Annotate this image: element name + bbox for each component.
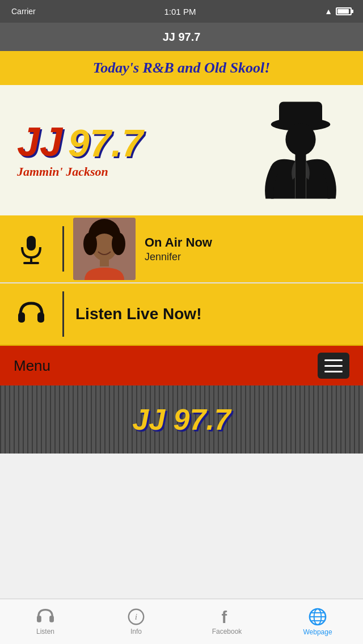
svg-point-12 <box>112 232 125 255</box>
status-indicators: ▲ <box>324 7 352 16</box>
on-air-label: On Air Now <box>145 235 363 250</box>
carrier-label: Carrier <box>11 7 36 16</box>
svg-point-11 <box>83 232 97 255</box>
svg-rect-13 <box>100 259 109 266</box>
on-air-divider <box>62 226 64 272</box>
svg-rect-14 <box>18 312 25 323</box>
battery-icon <box>336 7 352 15</box>
wifi-icon: ▲ <box>324 7 332 16</box>
tab-listen-label: Listen <box>36 628 54 635</box>
listen-live-section[interactable]: Listen Live Now! <box>0 283 363 346</box>
tab-facebook[interactable]: f Facebook <box>182 608 272 635</box>
logo-jj: JJ <box>17 121 62 162</box>
banner: Today's R&B and Old Skool! <box>0 51 363 85</box>
svg-rect-15 <box>37 312 44 323</box>
menu-button[interactable] <box>318 353 349 379</box>
menu-line-2 <box>324 365 343 367</box>
svg-text:f: f <box>222 608 227 625</box>
svg-rect-1 <box>279 102 322 126</box>
nav-bar-title: JJ 97.7 <box>163 31 201 44</box>
tab-webpage-label: Webpage <box>303 628 332 636</box>
svg-text:i: i <box>135 612 137 621</box>
tab-facebook-label: Facebook <box>212 628 242 635</box>
time-label: 1:01 PM <box>164 7 196 16</box>
on-air-photo <box>73 218 136 280</box>
on-air-name: Jennifer <box>145 251 363 263</box>
menu-bar: Menu <box>0 346 363 385</box>
tab-info-label: Info <box>130 628 142 635</box>
svg-rect-16 <box>37 616 41 622</box>
logo-text: JJ 97.7 Jammin' Jackson <box>17 121 143 179</box>
svg-rect-5 <box>27 236 36 251</box>
logo-subtitle: Jammin' Jackson <box>17 164 143 179</box>
on-air-section[interactable]: On Air Now Jennifer <box>0 215 363 283</box>
svg-point-2 <box>285 124 315 156</box>
tab-listen[interactable]: Listen <box>0 608 91 635</box>
status-bar: Carrier 1:01 PM ▲ <box>0 0 363 23</box>
logo-frequency: 97.7 <box>68 124 143 162</box>
silhouette-image <box>255 96 346 204</box>
logo-row: JJ 97.7 <box>17 121 143 162</box>
tab-info[interactable]: i Info <box>91 608 182 635</box>
tab-bar: Listen i Info f Facebook Webpage <box>0 599 363 644</box>
preview-logo: JJ 97.7 <box>132 402 231 437</box>
mic-icon <box>0 234 62 264</box>
listen-live-text: Listen Live Now! <box>64 305 363 323</box>
on-air-info: On Air Now Jennifer <box>145 235 363 263</box>
menu-line-1 <box>324 359 343 361</box>
menu-label: Menu <box>14 357 50 375</box>
menu-line-3 <box>324 371 343 372</box>
nav-bar: JJ 97.7 <box>0 23 363 51</box>
svg-rect-4 <box>296 160 306 198</box>
svg-rect-17 <box>49 616 54 622</box>
content-preview: JJ 97.7 <box>0 385 363 454</box>
banner-text: Today's R&B and Old Skool! <box>93 60 271 77</box>
headphones-icon <box>0 301 62 327</box>
tab-webpage[interactable]: Webpage <box>272 608 363 636</box>
logo-area: JJ 97.7 Jammin' Jackson <box>0 85 363 215</box>
